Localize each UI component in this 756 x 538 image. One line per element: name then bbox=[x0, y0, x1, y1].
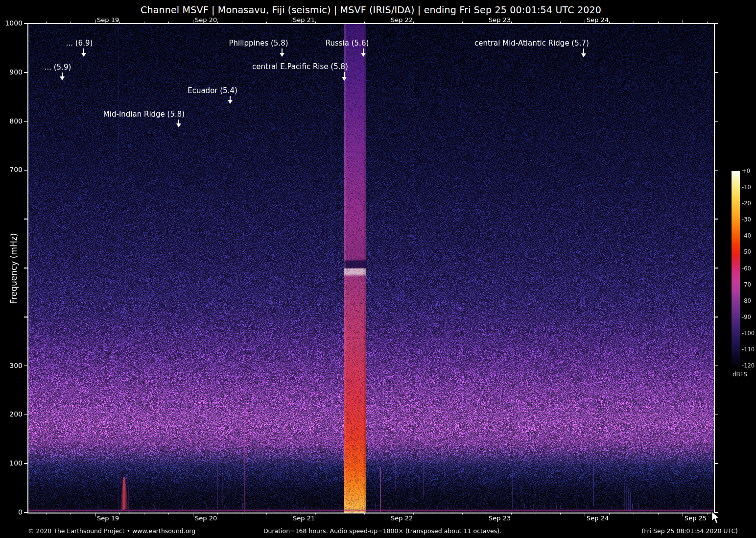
colorbar-tick-label: -30 bbox=[742, 216, 751, 223]
colorbar-tick-label: -80 bbox=[742, 297, 751, 304]
footer-copyright: © 2020 The Earthsound Project • www.eart… bbox=[28, 527, 195, 535]
colorbar-tick-label: +0 bbox=[742, 168, 750, 174]
colorbar-tick-label: -110 bbox=[742, 346, 755, 353]
colorbar-unit-label: dBFS bbox=[732, 371, 747, 378]
colorbar-tick-label: -120 bbox=[742, 362, 755, 369]
footer-duration: Duration=168 hours. Audio speed-up=1800×… bbox=[236, 527, 529, 535]
colorbar-tick-label: -60 bbox=[742, 265, 751, 272]
footer-timestamp: (Fri Sep 25 08:01:54 2020 UTC) bbox=[641, 527, 738, 535]
colorbar-tick-label: -100 bbox=[742, 330, 755, 337]
mouse-cursor-icon bbox=[711, 511, 721, 525]
colorbar-tick-label: -20 bbox=[742, 200, 751, 207]
colorbar-tick-label: -90 bbox=[742, 314, 751, 320]
colorbar-tick-label: -40 bbox=[742, 232, 751, 239]
colorbar-tick-label: -70 bbox=[742, 281, 751, 288]
spectrogram-screenshot: Channel MSVF | Monasavu, Fiji (seismic) … bbox=[0, 0, 756, 538]
colorbar-labels: +0-10-20-30-40-50-60-70-80-90-100-110-12… bbox=[0, 0, 756, 538]
colorbar-tick-label: -10 bbox=[742, 184, 751, 191]
colorbar-tick-label: -50 bbox=[742, 248, 751, 255]
